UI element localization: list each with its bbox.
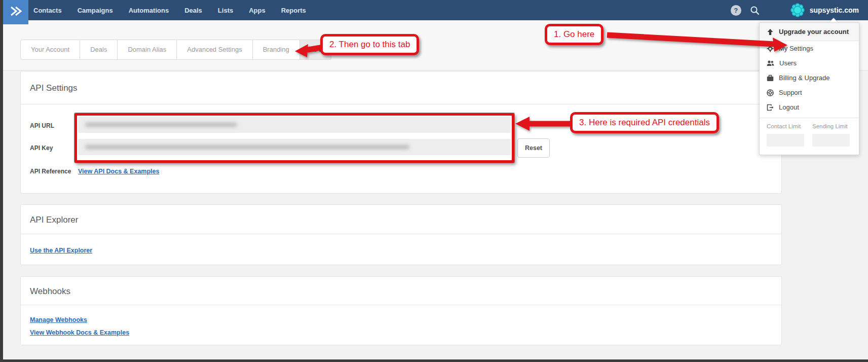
users-icon xyxy=(767,60,774,67)
menu-item-users[interactable]: Users xyxy=(760,56,859,70)
contact-limit-blurred-value xyxy=(767,134,804,147)
nav-right-cluster: ? supsystic.com xyxy=(731,0,859,20)
window-left-edge xyxy=(0,0,3,362)
sending-limit-blurred-value xyxy=(812,134,850,147)
menu-item-label: Support xyxy=(779,89,802,96)
account-limits: Contact Limit Sending Limit xyxy=(760,118,859,154)
dropdown-caret xyxy=(829,18,838,22)
life-ring-icon xyxy=(767,89,774,96)
use-api-explorer-link[interactable]: Use the API Explorer xyxy=(30,247,92,254)
contact-limit: Contact Limit xyxy=(767,123,804,147)
view-webhook-docs-link[interactable]: View Webhook Docs & Examples xyxy=(30,329,129,336)
menu-item-label: Logout xyxy=(779,103,799,111)
briefcase-icon xyxy=(767,75,774,82)
main-nav: Contacts Campaigns Automations Deals Lis… xyxy=(33,0,306,20)
manage-webhooks-link[interactable]: Manage Webhooks xyxy=(30,316,87,323)
app-logo[interactable] xyxy=(3,0,28,24)
api-url-label: API URL xyxy=(30,122,54,129)
annotation-step-1: 1. Go here xyxy=(545,24,603,45)
contact-limit-label: Contact Limit xyxy=(767,123,804,129)
reset-api-key-button[interactable]: Reset xyxy=(517,138,550,158)
panel-title: API Explorer xyxy=(21,215,78,225)
tab-advanced-settings[interactable]: Advanced Settings xyxy=(177,40,252,60)
annotation-arrow-3 xyxy=(509,113,578,135)
nav-item-lists[interactable]: Lists xyxy=(218,7,233,14)
menu-item-billing[interactable]: Billing & Upgrade xyxy=(760,70,859,85)
nav-item-campaigns[interactable]: Campaigns xyxy=(78,7,113,14)
nav-item-contacts[interactable]: Contacts xyxy=(33,7,62,14)
menu-item-support[interactable]: Support xyxy=(760,85,859,100)
nav-item-reports[interactable]: Reports xyxy=(281,7,306,14)
annotation-step-2: 2. Then go to this tab xyxy=(320,34,419,55)
avatar[interactable] xyxy=(790,3,805,18)
panel-divider xyxy=(21,234,781,234)
tab-deals[interactable]: Deals xyxy=(80,40,118,60)
search-icon[interactable] xyxy=(750,6,760,15)
api-key-label: API Key xyxy=(30,144,53,152)
nav-item-apps[interactable]: Apps xyxy=(249,7,266,14)
view-api-docs-link[interactable]: View API Docs & Examples xyxy=(78,168,160,175)
menu-item-logout[interactable]: Logout xyxy=(760,100,859,115)
panel-divider xyxy=(21,104,781,104)
annotation-step-3: 3. Here is required API credentials xyxy=(570,112,719,133)
help-icon[interactable]: ? xyxy=(731,5,741,16)
chevrons-icon xyxy=(8,5,23,19)
menu-item-label: Users xyxy=(779,59,797,67)
settings-tabs: Your Account Deals Domain Alias Advanced… xyxy=(20,40,331,60)
api-explorer-panel: API Explorer Use the API Explorer xyxy=(20,204,782,265)
webhooks-panel: Webhooks Manage Webhooks View Webhook Do… xyxy=(20,276,782,345)
panel-title: API Settings xyxy=(21,83,78,93)
sending-limit-label: Sending Limit xyxy=(812,123,850,129)
panel-title: Webhooks xyxy=(21,286,70,297)
window-bottom-edge xyxy=(0,359,868,362)
tab-domain-alias[interactable]: Domain Alias xyxy=(118,40,177,60)
menu-item-label: Billing & Upgrade xyxy=(779,74,829,82)
annotation-arrow-1 xyxy=(604,28,790,52)
api-reference-label: API Reference xyxy=(30,168,71,175)
nav-item-deals[interactable]: Deals xyxy=(184,7,202,14)
sending-limit: Sending Limit xyxy=(812,123,850,147)
logout-icon xyxy=(767,104,774,111)
credentials-highlight-frame xyxy=(74,113,514,163)
panel-divider xyxy=(21,305,781,305)
tab-your-account[interactable]: Your Account xyxy=(20,40,80,60)
nav-item-automations[interactable]: Automations xyxy=(129,7,169,14)
account-name[interactable]: supsystic.com xyxy=(810,6,859,14)
